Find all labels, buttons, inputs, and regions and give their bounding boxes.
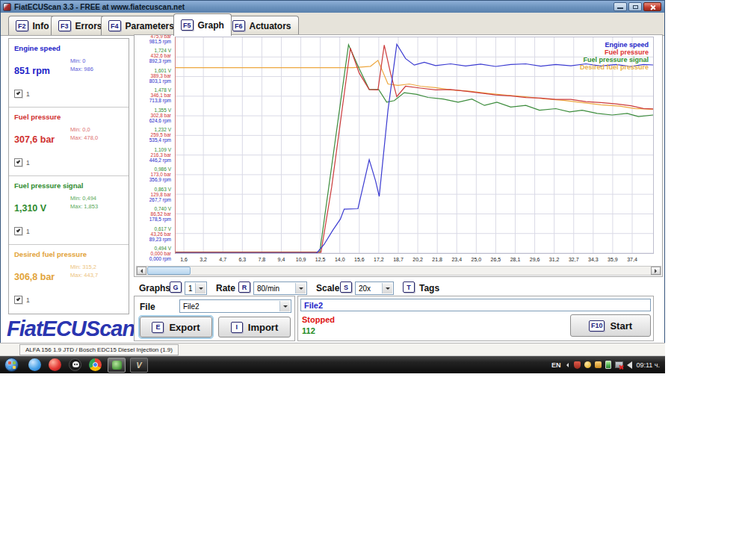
volume-icon[interactable] — [627, 361, 632, 369]
session-file-field[interactable]: File2 — [300, 299, 651, 311]
x-axis-tick-label: 23,4 — [451, 257, 462, 262]
y-axis-label-group: 1,847 V475,9 bar981,5 rpm — [149, 34, 171, 44]
tab-graph-key: F5 — [181, 19, 194, 31]
blue-sphere-browser-icon[interactable] — [28, 358, 41, 371]
scrollbar-thumb[interactable] — [147, 267, 191, 275]
parameter-sidebar: Engine speed 851 rpm Min: 0 Max: 986 1 F… — [8, 38, 129, 314]
tab-info[interactable]: F2 Info — [8, 16, 57, 35]
start-button[interactable]: F10 Start — [570, 314, 651, 337]
minimize-button[interactable] — [613, 2, 627, 11]
param-max: Max: 478,0 — [70, 134, 98, 142]
status-bar: ALFA 156 1.9 JTD / Bosch EDC15 Diesel In… — [0, 343, 665, 356]
scroll-left-button[interactable] — [137, 267, 146, 275]
clock: 09:11 ч. — [636, 361, 660, 369]
export-button[interactable]: E Export — [140, 317, 212, 337]
language-indicator[interactable]: EN — [551, 361, 561, 369]
graph-panel: 1,847 V475,9 bar981,5 rpm1,724 V432,6 ba… — [134, 34, 663, 277]
x-axis-tick-label: 3,2 — [200, 257, 207, 262]
graphs-label: Graphs — [139, 283, 170, 293]
security-update-icon[interactable] — [595, 361, 602, 368]
param-max: Max: 986 — [70, 65, 93, 73]
y-axis-label-group: 1,601 V389,3 bar803,1 rpm — [149, 68, 171, 84]
battery-icon[interactable] — [605, 361, 611, 369]
param-checkbox[interactable] — [14, 227, 22, 235]
param-fuel-pressure-signal: Fuel pressure signal 1,310 V Min: 0,494 … — [9, 176, 129, 245]
param-checkbox[interactable] — [14, 90, 22, 98]
shield-icon[interactable] — [574, 361, 581, 369]
close-button[interactable] — [643, 2, 661, 11]
param-channel: 1 — [26, 159, 30, 167]
x-axis-tick-label: 37,4 — [627, 257, 637, 262]
x-axis-tick-label: 7,8 — [259, 257, 266, 262]
graphs-key-badge: G — [170, 281, 182, 293]
title-bar: FiatECUScan 3.3 - FREE at www.fiatecusca… — [1, 1, 664, 13]
export-key-badge: E — [152, 322, 164, 333]
scroll-right-button[interactable] — [651, 267, 661, 275]
y-axis-label-group: 1,478 V346,1 bar713,8 rpm — [149, 87, 171, 103]
param-value: 1,310 V — [14, 203, 46, 214]
import-key-badge: I — [231, 322, 243, 333]
red-orb-browser-icon[interactable] — [49, 358, 61, 371]
param-max: Max: 443,7 — [70, 271, 98, 279]
x-axis-tick-label: 18,7 — [393, 257, 404, 262]
minimize-icon — [617, 7, 623, 9]
param-min: Min: 315,2 — [70, 263, 98, 271]
tab-graph[interactable]: F5 Graph — [173, 13, 232, 36]
scale-select[interactable]: 20x — [355, 281, 394, 295]
x-axis-tick-label: 17,2 — [374, 257, 384, 262]
param-name: Fuel pressure — [14, 113, 61, 121]
tab-actuators[interactable]: F6 Actuators — [225, 16, 299, 35]
app-icon — [3, 3, 11, 11]
tab-parameters-key: F4 — [108, 20, 121, 31]
x-axis-tick-label: 6,3 — [238, 257, 246, 262]
skull-app-icon[interactable] — [69, 358, 81, 371]
x-axis-tick-label: 28,1 — [510, 257, 521, 262]
legend-fuel-pressure: Fuel pressure — [580, 49, 649, 56]
x-axis-tick-label: 31,2 — [549, 257, 560, 262]
chart-legend: Engine speed Fuel pressure Fuel pressure… — [580, 41, 649, 71]
network-error-icon[interactable] — [615, 361, 623, 368]
tab-parameters[interactable]: F4 Parameters — [101, 16, 182, 35]
import-button[interactable]: I Import — [218, 317, 291, 337]
start-key-badge: F10 — [589, 320, 605, 332]
start-button-orb[interactable] — [4, 358, 19, 372]
param-name: Engine speed — [14, 44, 61, 52]
dropdown-arrow-icon — [382, 283, 392, 293]
y-axis-label-group: 0,863 V129,8 bar267,7 rpm — [149, 187, 171, 202]
file-select[interactable]: File2 — [179, 299, 291, 313]
chrome-browser-icon[interactable] — [89, 358, 102, 371]
dropdown-arrow-icon — [295, 283, 306, 293]
param-name: Fuel pressure signal — [14, 181, 83, 190]
x-axis-tick-label: 12,5 — [315, 257, 326, 262]
fiatecuscan-icon — [112, 361, 122, 370]
restore-button[interactable] — [628, 2, 642, 11]
scale-key-badge: S — [340, 281, 352, 293]
tab-errors-key: F3 — [58, 20, 71, 31]
v-app-taskbar-button[interactable]: V — [130, 358, 148, 373]
tab-actuators-key: F6 — [232, 20, 245, 31]
file-label: File — [140, 302, 155, 312]
hand-icon[interactable] — [584, 361, 591, 368]
legend-desired-fuel-pressure: Desired fuel pressure — [580, 63, 649, 71]
param-checkbox[interactable] — [14, 158, 22, 167]
horizontal-scrollbar[interactable] — [136, 266, 661, 276]
graphs-select[interactable]: 1 — [185, 281, 207, 295]
vehicle-info: ALFA 156 1.9 JTD / Bosch EDC15 Diesel In… — [19, 344, 179, 355]
tray-expand-icon[interactable] — [564, 363, 569, 367]
rate-select[interactable]: 80/min — [253, 281, 307, 295]
x-axis-labels: 1,63,24,76,37,89,410,912,514,015,617,218… — [135, 257, 663, 264]
y-axis-labels: 1,847 V475,9 bar981,5 rpm1,724 V432,6 ba… — [135, 35, 173, 259]
param-engine-speed: Engine speed 851 rpm Min: 0 Max: 986 1 — [9, 39, 129, 108]
rate-key-badge: R — [238, 281, 250, 293]
tab-strip: F2 Info F3 Errors F4 Parameters F5 Graph… — [1, 13, 664, 36]
param-max: Max: 1,853 — [70, 202, 98, 211]
session-panel: File2 Stopped 112 F10 Start — [297, 296, 654, 341]
param-checkbox[interactable] — [14, 296, 22, 304]
x-axis-tick-label: 15,6 — [354, 257, 365, 262]
x-axis-tick-label: 25,0 — [472, 257, 482, 262]
x-axis-tick-label: 35,9 — [608, 257, 618, 262]
legend-engine-speed: Engine speed — [580, 41, 649, 49]
system-tray: EN 09:11 ч. — [551, 361, 665, 369]
param-channel: 1 — [26, 90, 30, 98]
fiatecuscan-taskbar-button[interactable] — [108, 358, 126, 373]
